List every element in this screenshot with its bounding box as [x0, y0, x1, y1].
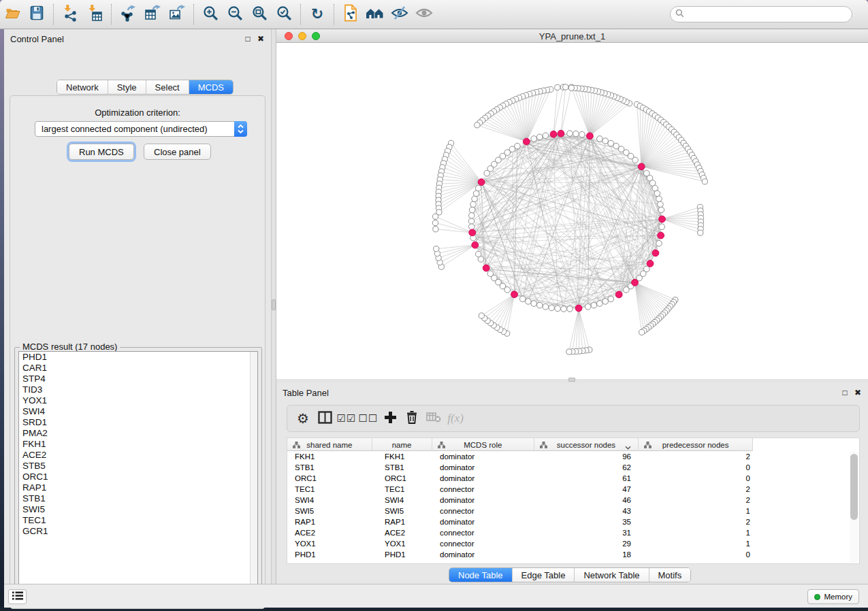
mcds-list-scrollbar[interactable] — [250, 352, 257, 590]
table-row[interactable]: ACE2ACE2connector311 — [287, 527, 859, 538]
mcds-result-item[interactable]: CAR1 — [19, 363, 257, 374]
close-panel-icon[interactable]: ✖ — [255, 33, 266, 44]
mcds-hub-node[interactable] — [511, 291, 518, 298]
close-panel-icon[interactable]: ✖ — [852, 387, 863, 398]
vertical-splitter[interactable] — [271, 29, 276, 584]
mcds-hub-node[interactable] — [575, 305, 582, 312]
network-node[interactable] — [623, 287, 629, 293]
network-node[interactable] — [433, 214, 438, 219]
network-node[interactable] — [608, 296, 614, 302]
table-row[interactable]: TEC1TEC1connector472 — [287, 484, 859, 495]
network-node[interactable] — [432, 220, 438, 225]
mcds-result-item[interactable]: ACE2 — [19, 450, 257, 461]
network-node[interactable] — [549, 305, 555, 311]
float-panel-icon[interactable]: □ — [242, 33, 253, 44]
home-view-button[interactable] — [363, 3, 387, 26]
task-history-button[interactable] — [8, 589, 27, 604]
mcds-hub-node[interactable] — [658, 232, 664, 239]
network-node[interactable] — [531, 136, 537, 142]
table-scrollbar[interactable] — [850, 452, 858, 563]
mcds-result-item[interactable]: PMA2 — [19, 428, 257, 439]
export-network-file-button[interactable] — [338, 3, 363, 26]
mcds-result-item[interactable]: STP4 — [19, 374, 257, 384]
network-node[interactable] — [543, 303, 549, 310]
mcds-hub-node[interactable] — [632, 279, 639, 286]
mcds-hub-node[interactable] — [659, 216, 666, 222]
search-input[interactable] — [687, 10, 843, 19]
network-node[interactable] — [608, 140, 614, 146]
show-graphics-details-button[interactable] — [412, 3, 436, 26]
mcds-hub-node[interactable] — [638, 163, 645, 170]
mcds-result-item[interactable]: RAP1 — [19, 482, 257, 493]
network-node[interactable] — [555, 84, 560, 90]
table-row[interactable]: SWI5SWI5connector431 — [287, 506, 859, 516]
network-node[interactable] — [698, 230, 703, 235]
mcds-hub-node[interactable] — [469, 229, 476, 236]
network-node[interactable] — [654, 191, 660, 197]
show-column-button[interactable] — [315, 408, 335, 429]
network-node[interactable] — [602, 299, 609, 305]
column-header-successor-nodes[interactable]: successor nodes — [534, 438, 639, 451]
network-node[interactable] — [561, 306, 567, 312]
open-file-button[interactable] — [0, 3, 25, 26]
search-field[interactable] — [670, 6, 852, 22]
network-node[interactable] — [470, 201, 477, 208]
network-node[interactable] — [656, 240, 662, 246]
mcds-result-item[interactable]: STB1 — [19, 493, 257, 504]
network-node[interactable] — [602, 138, 609, 144]
mcds-hub-node[interactable] — [550, 131, 557, 137]
scrollbar-thumb[interactable] — [850, 454, 858, 520]
network-node[interactable] — [566, 349, 572, 354]
column-header-name[interactable]: name — [372, 438, 432, 451]
tab-mcds[interactable]: MCDS — [189, 80, 233, 94]
mcds-result-item[interactable]: TEC1 — [19, 515, 257, 526]
network-node[interactable] — [434, 246, 439, 252]
mcds-result-item[interactable]: SRD1 — [19, 417, 257, 428]
mcds-result-item[interactable]: ORC1 — [19, 472, 257, 482]
tab-select[interactable]: Select — [146, 80, 189, 94]
tab-network[interactable]: Network — [57, 80, 108, 94]
network-node[interactable] — [526, 299, 532, 305]
network-node[interactable] — [536, 134, 543, 140]
select-all-columns-button[interactable]: ☑☑ — [336, 408, 357, 429]
network-node[interactable] — [632, 157, 639, 163]
float-panel-icon[interactable]: □ — [839, 387, 850, 398]
mcds-hub-node[interactable] — [523, 138, 530, 145]
network-node[interactable] — [479, 313, 484, 318]
mcds-result-list[interactable]: PHD1CAR1STP4TID3YOX1SWI4SRD1PMA2FKH1ACE2… — [18, 351, 258, 591]
network-node[interactable] — [658, 201, 664, 208]
network-node[interactable] — [536, 302, 543, 308]
network-node[interactable] — [567, 131, 573, 137]
network-node[interactable] — [475, 185, 481, 191]
save-session-button[interactable] — [25, 3, 49, 26]
column-header-predecessor-nodes[interactable]: predecessor nodes — [639, 438, 754, 451]
splitter-handle[interactable] — [568, 378, 575, 382]
mcds-result-item[interactable]: STB5 — [19, 461, 257, 472]
zoom-in-button[interactable] — [198, 3, 223, 26]
network-node[interactable] — [597, 301, 603, 307]
network-node[interactable] — [472, 196, 478, 202]
column-header-shared-name[interactable]: shared name — [287, 438, 372, 451]
network-node[interactable] — [568, 85, 574, 90]
network-node[interactable] — [563, 84, 568, 90]
tab-network-table[interactable]: Network Table — [574, 568, 648, 582]
network-canvas[interactable] — [276, 43, 868, 379]
network-node[interactable] — [487, 271, 494, 277]
network-node[interactable] — [469, 207, 475, 213]
network-node[interactable] — [475, 122, 480, 128]
mcds-result-item[interactable]: PHD1 — [19, 352, 257, 363]
mcds-hub-node[interactable] — [478, 179, 485, 186]
zoom-out-button[interactable] — [223, 3, 247, 26]
export-network-button[interactable] — [116, 3, 140, 26]
table-row[interactable]: SWI4SWI4dominator462 — [287, 495, 859, 506]
mcds-result-item[interactable]: TID3 — [19, 384, 257, 395]
network-node[interactable] — [515, 143, 521, 149]
optimization-criterion-select[interactable]: largest connected component (undirected) — [35, 121, 247, 137]
table-row[interactable]: PHD1PHD1dominator180 — [287, 549, 859, 560]
mcds-result-item[interactable]: SWI4 — [19, 406, 257, 417]
mcds-hub-node[interactable] — [647, 260, 654, 267]
tab-node-table[interactable]: Node Table — [449, 568, 512, 582]
mcds-hub-node[interactable] — [586, 133, 593, 139]
hide-graphics-details-button[interactable] — [387, 3, 412, 26]
unselect-all-columns-button[interactable]: ☐☐ — [358, 408, 379, 429]
